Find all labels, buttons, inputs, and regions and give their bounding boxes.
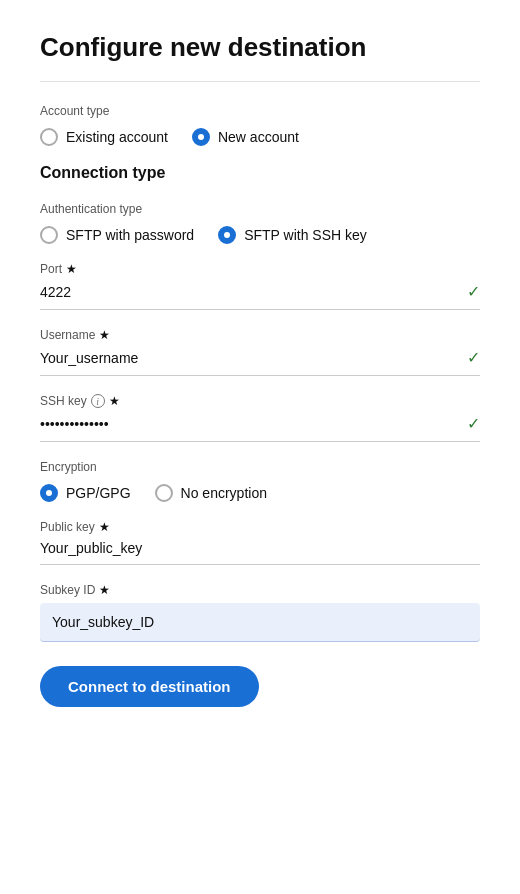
account-type-existing-radio[interactable] bbox=[40, 128, 58, 146]
ssh-key-input[interactable] bbox=[40, 416, 467, 432]
ssh-key-input-row: ✓ bbox=[40, 414, 480, 442]
account-type-existing-option[interactable]: Existing account bbox=[40, 128, 168, 146]
ssh-key-section: SSH key i ★ ✓ bbox=[40, 394, 480, 442]
page-title: Configure new destination bbox=[40, 32, 480, 63]
connect-button[interactable]: Connect to destination bbox=[40, 666, 259, 707]
username-input-row: ✓ bbox=[40, 348, 480, 376]
divider bbox=[40, 81, 480, 82]
encryption-none-radio[interactable] bbox=[155, 484, 173, 502]
subkey-id-input[interactable] bbox=[52, 614, 468, 630]
auth-sftp-ssh-label: SFTP with SSH key bbox=[244, 227, 367, 243]
encryption-pgp-radio[interactable] bbox=[40, 484, 58, 502]
public-key-section: Public key ★ bbox=[40, 520, 480, 565]
username-label: Username ★ bbox=[40, 328, 480, 342]
port-check-icon: ✓ bbox=[467, 282, 480, 301]
ssh-key-label: SSH key i ★ bbox=[40, 394, 480, 408]
port-input[interactable] bbox=[40, 284, 467, 300]
account-type-new-label: New account bbox=[218, 129, 299, 145]
auth-type-label: Authentication type bbox=[40, 202, 480, 216]
account-type-radio-group: Existing account New account bbox=[40, 128, 480, 146]
encryption-none-option[interactable]: No encryption bbox=[155, 484, 267, 502]
auth-sftp-password-label: SFTP with password bbox=[66, 227, 194, 243]
subkey-id-label: Subkey ID ★ bbox=[40, 583, 480, 597]
encryption-pgp-label: PGP/GPG bbox=[66, 485, 131, 501]
encryption-section: Encryption PGP/GPG No encryption bbox=[40, 460, 480, 502]
account-type-section: Account type Existing account New accoun… bbox=[40, 104, 480, 146]
encryption-pgp-option[interactable]: PGP/GPG bbox=[40, 484, 131, 502]
connection-type-title: Connection type bbox=[40, 164, 480, 182]
account-type-new-radio[interactable] bbox=[192, 128, 210, 146]
username-check-icon: ✓ bbox=[467, 348, 480, 367]
subkey-id-input-row bbox=[40, 603, 480, 642]
subkey-id-required-star: ★ bbox=[99, 583, 110, 597]
port-section: Port ★ ✓ bbox=[40, 262, 480, 310]
username-section: Username ★ ✓ bbox=[40, 328, 480, 376]
ssh-key-check-icon: ✓ bbox=[467, 414, 480, 433]
public-key-required-star: ★ bbox=[99, 520, 110, 534]
encryption-label: Encryption bbox=[40, 460, 480, 474]
account-type-label: Account type bbox=[40, 104, 480, 118]
configure-destination-page: Configure new destination Account type E… bbox=[0, 0, 520, 894]
username-required-star: ★ bbox=[99, 328, 110, 342]
port-input-row: ✓ bbox=[40, 282, 480, 310]
public-key-input[interactable] bbox=[40, 540, 480, 556]
connection-type-section: Connection type bbox=[40, 164, 480, 182]
account-type-new-option[interactable]: New account bbox=[192, 128, 299, 146]
public-key-input-row bbox=[40, 540, 480, 565]
auth-sftp-password-option[interactable]: SFTP with password bbox=[40, 226, 194, 244]
auth-sftp-ssh-option[interactable]: SFTP with SSH key bbox=[218, 226, 367, 244]
account-type-existing-label: Existing account bbox=[66, 129, 168, 145]
ssh-key-required-star: ★ bbox=[109, 394, 120, 408]
subkey-id-section: Subkey ID ★ bbox=[40, 583, 480, 642]
auth-type-section: Authentication type SFTP with password S… bbox=[40, 202, 480, 244]
public-key-label: Public key ★ bbox=[40, 520, 480, 534]
auth-sftp-ssh-radio[interactable] bbox=[218, 226, 236, 244]
port-label: Port ★ bbox=[40, 262, 480, 276]
auth-type-radio-group: SFTP with password SFTP with SSH key bbox=[40, 226, 480, 244]
encryption-none-label: No encryption bbox=[181, 485, 267, 501]
port-required-star: ★ bbox=[66, 262, 77, 276]
username-input[interactable] bbox=[40, 350, 467, 366]
ssh-key-info-icon[interactable]: i bbox=[91, 394, 105, 408]
auth-sftp-password-radio[interactable] bbox=[40, 226, 58, 244]
encryption-radio-group: PGP/GPG No encryption bbox=[40, 484, 480, 502]
